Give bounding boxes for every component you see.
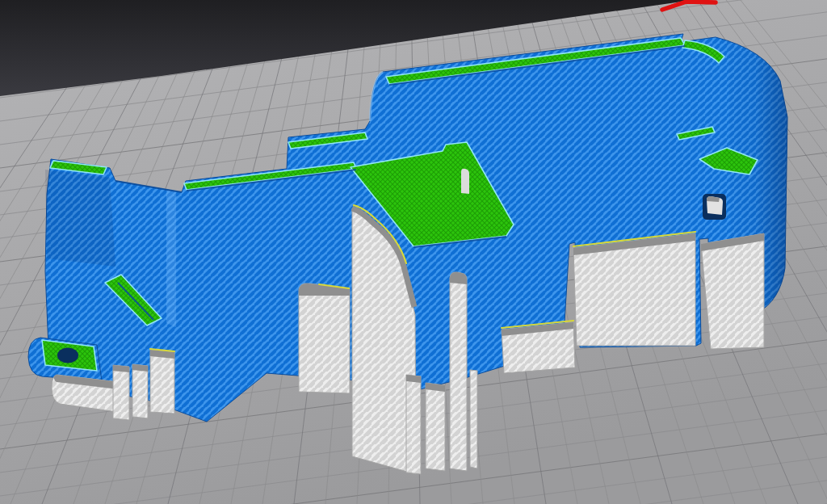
viewport-3d[interactable] <box>0 0 827 504</box>
support-arch-sliver <box>461 169 469 194</box>
support-column <box>132 364 148 418</box>
slicer-preview-canvas[interactable] <box>0 0 827 504</box>
support-column-tall <box>450 272 467 471</box>
support-column <box>406 375 421 474</box>
support-column <box>113 365 129 420</box>
tab-screw-hole <box>57 348 78 363</box>
support-column-sliver <box>470 370 477 468</box>
support-column-arched <box>299 284 350 393</box>
support-column-wide <box>150 350 174 414</box>
support-block-right <box>701 233 764 349</box>
left-wall-shading <box>45 170 115 267</box>
support-column <box>426 383 445 471</box>
inner-corner-highlight <box>166 190 176 327</box>
